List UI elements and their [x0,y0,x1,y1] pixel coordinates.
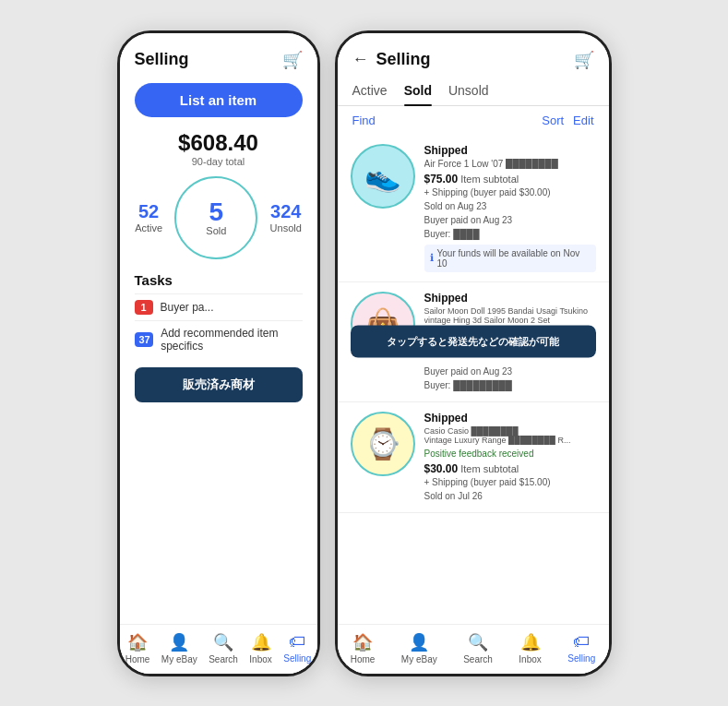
search-icon: 🔍 [213,632,233,652]
right-nav-inbox-label: Inbox [519,654,541,664]
filter-row: Find Sort Edit [338,106,609,135]
item-price-1: $75.00 Item subtotal [424,173,596,185]
sold-circle: 5 Sold [174,176,257,259]
item-positive-3: Positive feedback received [424,449,596,459]
tasks-section: Tasks 1 Buyer pa... 37 Add recommended i… [120,263,317,362]
right-inbox-icon: 🔔 [520,632,541,652]
nav-search[interactable]: 🔍 Search [209,632,238,664]
sold-count: 5 [209,199,224,225]
item-details-3: Shipped Casio Casio ████████Vintage Luxu… [424,412,596,503]
item-status-3: Shipped [424,412,596,425]
item-title-1: Air Force 1 Low '07 ████████ [424,159,596,169]
myebay-icon: 👤 [169,632,189,652]
nav-myebay[interactable]: 👤 My eBay [161,632,197,664]
item-card-3[interactable]: ⌚ Shipped Casio Casio ████████Vintage Lu… [338,402,609,513]
item-title-2: Sailor Moon Doll 1995 Bandai Usagi Tsuki… [424,306,596,325]
item-details-1: Shipped Air Force 1 Low '07 ████████ $75… [424,144,596,272]
right-phone: ← Selling 🛒 Active Sold Unsold Find Sort… [335,30,612,676]
left-header: Selling 🛒 [120,33,317,78]
item-status-2: Shipped [424,292,596,305]
nav-search-label: Search [209,654,238,664]
left-phone: Selling 🛒 List an item $608.40 90-day to… [117,30,320,676]
item-price-value-3: $30.00 [424,462,459,475]
stats-row: 52 Active 5 Sold 324 Unsold [120,167,317,263]
stat-active: 52 Active [135,201,162,233]
item-price-value-1: $75.00 [424,173,459,185]
tab-unsold[interactable]: Unsold [448,78,489,105]
right-nav-selling[interactable]: 🏷 Selling [567,632,595,664]
item-thumb-3: ⌚ [351,412,415,476]
right-nav-home[interactable]: 🏠 Home [351,632,376,664]
right-nav-myebay-label: My eBay [401,654,437,664]
tab-sold[interactable]: Sold [404,78,432,105]
right-cart-icon[interactable]: 🛒 [574,50,594,70]
earnings-section: $608.40 90-day total [120,130,317,167]
filter-right: Sort Edit [542,114,593,127]
earnings-label: 90-day total [120,156,317,167]
nav-myebay-label: My eBay [161,654,197,664]
item-price-3: $30.00 Item subtotal [424,462,596,475]
items-list: 👟 Shipped Air Force 1 Low '07 ████████ $… [338,135,609,624]
tasks-title: Tasks [135,272,303,288]
right-bottom-nav: 🏠 Home 👤 My eBay 🔍 Search 🔔 Inbox 🏷 [338,624,609,674]
nav-inbox-label: Inbox [249,654,271,664]
sort-button[interactable]: Sort [542,114,564,127]
cart-icon[interactable]: 🛒 [282,50,303,70]
right-tooltip-2: タップすると発送先などの確認が可能 [351,326,596,358]
stat-unsold: 324 Unsold [270,201,302,233]
right-header-left: ← Selling [352,50,431,69]
left-tooltip: 販売済み商材 [135,367,303,402]
item-meta-2: Buyer paid on Aug 23 Buyer: █████████ [424,365,596,392]
nav-home[interactable]: 🏠 Home [125,632,150,664]
task-row-1[interactable]: 1 Buyer pa... [135,293,303,320]
find-button[interactable]: Find [352,114,376,127]
right-screen: ← Selling 🛒 Active Sold Unsold Find Sort… [338,33,609,674]
right-search-icon: 🔍 [468,632,488,652]
right-nav-search-label: Search [463,654,493,664]
item-title-3: Casio Casio ████████Vintage Luxury Range… [424,426,596,445]
left-screen: Selling 🛒 List an item $608.40 90-day to… [120,33,317,674]
item-card-1[interactable]: 👟 Shipped Air Force 1 Low '07 ████████ $… [338,135,609,282]
nav-selling-label: Selling [283,653,311,664]
left-screen-title: Selling [135,50,189,69]
right-nav-inbox[interactable]: 🔔 Inbox [519,632,541,664]
tabs-row: Active Sold Unsold [338,78,609,106]
unsold-count: 324 [270,201,302,222]
right-nav-home-label: Home [351,654,376,664]
funds-text-1: Your funds will be available on Nov 10 [437,248,591,269]
task-badge-1: 1 [135,300,153,315]
task-badge-2: 37 [135,332,154,347]
edit-button[interactable]: Edit [573,114,593,127]
sold-label: Sold [206,225,226,236]
task-row-2[interactable]: 37 Add recommended item specifics [135,320,303,358]
task-text-1: Buyer pa... [161,301,214,314]
right-nav-selling-label: Selling [567,653,595,664]
list-item-button[interactable]: List an item [135,83,303,117]
right-myebay-icon: 👤 [409,632,429,652]
funds-notice-1: ℹ Your funds will be available on Nov 10 [424,245,596,272]
unsold-label: Unsold [270,222,302,233]
item-status-1: Shipped [424,144,596,157]
selling-icon: 🏷 [289,632,305,652]
task-text-2: Add recommended item specifics [161,327,302,353]
item-card-2[interactable]: 👜 Shipped Sailor Moon Doll 1995 Bandai U… [338,282,609,402]
right-header: ← Selling 🛒 [338,33,609,78]
back-button[interactable]: ← [352,50,369,69]
item-meta-3: + Shipping (buyer paid $15.00) Sold on J… [424,475,596,503]
active-count: 52 [135,201,162,222]
right-nav-myebay[interactable]: 👤 My eBay [401,632,437,664]
tab-active[interactable]: Active [352,78,388,105]
nav-inbox[interactable]: 🔔 Inbox [249,632,271,664]
nav-home-label: Home [125,654,150,664]
right-screen-title: Selling [376,50,431,69]
nav-selling[interactable]: 🏷 Selling [283,632,311,664]
earnings-amount: $608.40 [120,130,317,156]
right-nav-search[interactable]: 🔍 Search [463,632,493,664]
inbox-icon: 🔔 [251,632,271,652]
right-home-icon: 🏠 [352,632,373,652]
left-bottom-nav: 🏠 Home 👤 My eBay 🔍 Search 🔔 Inbox 🏷 [120,624,317,674]
info-icon-1: ℹ [430,252,434,264]
right-selling-icon: 🏷 [573,632,590,652]
item-thumb-1: 👟 [351,144,415,209]
item-meta-1: + Shipping (buyer paid $30.00) Sold on A… [424,185,596,241]
